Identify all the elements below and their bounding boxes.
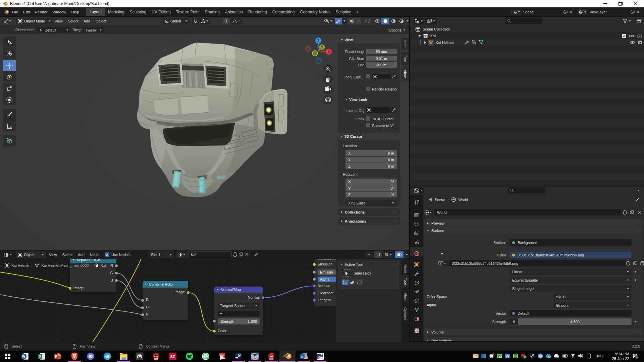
svg-text:2018: 2018: [269, 358, 273, 360]
svg-text:2018: 2018: [154, 358, 158, 360]
svg-text:W: W: [22, 355, 25, 358]
svg-text:X: X: [328, 50, 330, 54]
svg-text:3: 3: [636, 356, 638, 359]
svg-text:X: X: [39, 355, 41, 358]
svg-text:o: o: [482, 355, 483, 358]
svg-text:qb: qb: [539, 355, 542, 358]
svg-text:SE: SE: [170, 355, 175, 359]
svg-text:Y: Y: [321, 46, 323, 49]
svg-text:o: o: [301, 355, 303, 359]
svg-text:Z: Z: [317, 39, 319, 43]
svg-text:P: P: [55, 355, 57, 358]
